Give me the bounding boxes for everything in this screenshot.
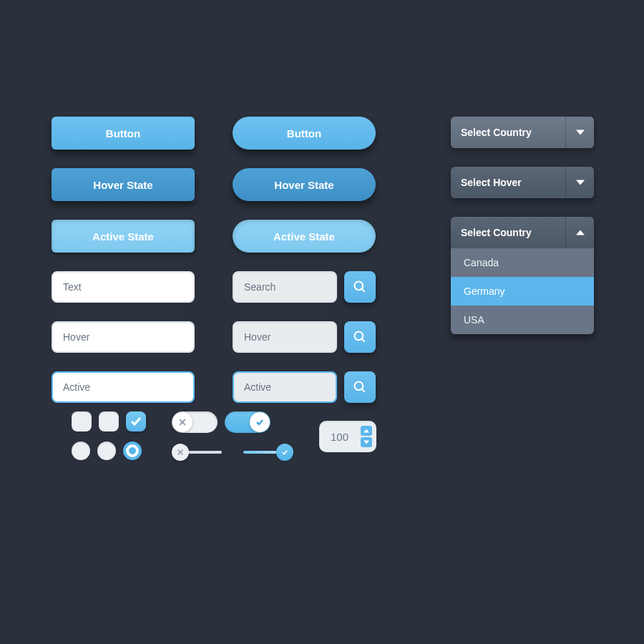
radio-selected[interactable] <box>123 441 142 460</box>
svg-point-4 <box>355 382 364 391</box>
caret-down-icon <box>565 167 594 198</box>
button-hover-pill[interactable]: Hover State <box>233 168 376 201</box>
toggle-on[interactable] <box>225 411 270 433</box>
check-icon <box>130 416 142 427</box>
svg-line-3 <box>362 339 365 342</box>
button-active-pill[interactable]: Active State <box>233 220 376 253</box>
check-icon <box>255 418 264 426</box>
search-input-default[interactable]: Search <box>233 271 337 303</box>
toggle-knob <box>172 412 192 432</box>
search-icon <box>353 380 367 394</box>
search-input-hover[interactable]: Hover <box>233 321 337 353</box>
slider-min[interactable] <box>172 443 229 462</box>
caret-down-icon <box>565 117 594 148</box>
button-hover-rect[interactable]: Hover State <box>52 168 195 201</box>
checkbox-unchecked[interactable] <box>99 411 119 431</box>
svg-line-1 <box>362 289 365 292</box>
checkbox-checked[interactable] <box>126 411 146 431</box>
stepper-down[interactable] <box>361 437 372 447</box>
select-option[interactable]: Canada <box>451 248 594 277</box>
close-icon <box>178 418 187 426</box>
radio-unselected[interactable] <box>72 441 90 460</box>
radio-unselected[interactable] <box>97 441 116 460</box>
button-active-rect[interactable]: Active State <box>52 220 195 253</box>
select-hover-label: Select Hover <box>451 167 565 198</box>
text-input-default[interactable]: Text <box>52 271 195 303</box>
close-icon <box>177 449 184 456</box>
search-button-active[interactable] <box>344 371 376 403</box>
select-option-selected[interactable]: Germany <box>451 277 594 306</box>
svg-point-2 <box>355 332 364 341</box>
search-icon <box>353 280 367 294</box>
search-button-hover[interactable] <box>344 321 376 353</box>
select-open[interactable]: Select Country <box>451 217 594 248</box>
caret-up-icon <box>364 428 369 434</box>
select-option[interactable]: USA <box>451 306 594 334</box>
select-hover[interactable]: Select Hover <box>451 167 594 198</box>
toggle-knob <box>250 412 270 432</box>
select-option-list: Canada Germany USA <box>451 248 594 334</box>
check-icon <box>281 449 288 456</box>
slider-handle[interactable] <box>172 444 189 461</box>
slider-max[interactable] <box>236 443 293 462</box>
svg-line-5 <box>362 389 365 392</box>
select-default-label: Select Country <box>451 117 565 148</box>
search-button-default[interactable] <box>344 271 376 303</box>
text-input-hover[interactable]: Hover <box>52 321 195 353</box>
slider-handle[interactable] <box>276 444 293 461</box>
button-default-rect[interactable]: Button <box>52 117 195 150</box>
search-icon <box>353 330 367 344</box>
select-default[interactable]: Select Country <box>451 117 594 148</box>
svg-point-0 <box>355 282 364 291</box>
toggle-off[interactable] <box>172 411 218 433</box>
caret-down-icon <box>364 439 369 445</box>
text-input-active[interactable]: Active <box>52 371 195 403</box>
stepper-up[interactable] <box>361 426 372 436</box>
button-default-pill[interactable]: Button <box>233 117 376 150</box>
select-open-label: Select Country <box>451 217 565 248</box>
number-stepper[interactable]: 100 <box>319 421 376 452</box>
caret-up-icon <box>565 217 594 248</box>
checkbox-unchecked[interactable] <box>72 411 92 431</box>
search-input-active[interactable]: Active <box>233 371 337 403</box>
stepper-value: 100 <box>331 431 361 443</box>
